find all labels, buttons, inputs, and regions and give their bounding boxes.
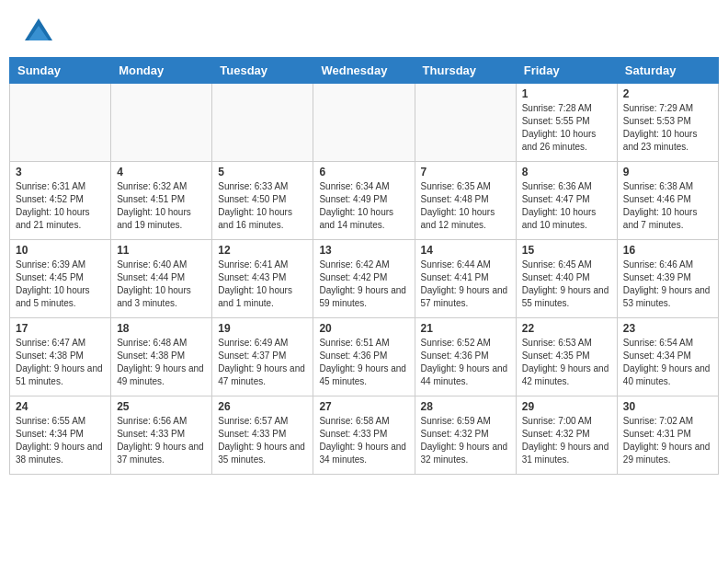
day-info: Sunrise: 6:36 AM Sunset: 4:47 PM Dayligh… <box>522 180 611 232</box>
day-info: Sunrise: 6:48 AM Sunset: 4:38 PM Dayligh… <box>117 337 206 388</box>
day-cell-2-7: 9Sunrise: 6:38 AM Sunset: 4:46 PM Daylig… <box>617 162 718 240</box>
day-number: 5 <box>218 166 307 178</box>
col-wednesday: Wednesday <box>313 58 415 84</box>
week-row-2: 3Sunrise: 6:31 AM Sunset: 4:52 PM Daylig… <box>10 162 719 240</box>
day-info: Sunrise: 6:45 AM Sunset: 4:40 PM Dayligh… <box>522 259 611 310</box>
day-number: 26 <box>218 400 307 413</box>
day-info: Sunrise: 6:42 AM Sunset: 4:42 PM Dayligh… <box>319 259 408 310</box>
col-saturday: Saturday <box>617 58 718 84</box>
day-number: 6 <box>319 166 408 178</box>
day-info: Sunrise: 6:47 AM Sunset: 4:38 PM Dayligh… <box>16 337 105 388</box>
day-number: 21 <box>421 322 510 335</box>
day-info: Sunrise: 7:29 AM Sunset: 5:53 PM Dayligh… <box>623 102 712 154</box>
day-number: 7 <box>421 166 510 178</box>
day-cell-5-3: 26Sunrise: 6:57 AM Sunset: 4:33 PM Dayli… <box>212 396 313 475</box>
day-number: 12 <box>218 244 307 257</box>
day-cell-1-4 <box>313 84 415 162</box>
day-number: 30 <box>623 400 712 413</box>
day-number: 16 <box>623 244 712 257</box>
day-cell-1-7: 2Sunrise: 7:29 AM Sunset: 5:53 PM Daylig… <box>617 84 718 162</box>
day-cell-3-7: 16Sunrise: 6:46 AM Sunset: 4:39 PM Dayli… <box>617 240 718 318</box>
day-number: 15 <box>522 244 611 257</box>
day-cell-5-7: 30Sunrise: 7:02 AM Sunset: 4:31 PM Dayli… <box>617 396 718 475</box>
day-info: Sunrise: 6:51 AM Sunset: 4:36 PM Dayligh… <box>319 337 408 388</box>
day-number: 4 <box>117 166 206 178</box>
day-info: Sunrise: 6:59 AM Sunset: 4:32 PM Dayligh… <box>421 415 510 466</box>
day-info: Sunrise: 7:28 AM Sunset: 5:55 PM Dayligh… <box>522 102 611 154</box>
day-number: 10 <box>16 244 105 257</box>
day-info: Sunrise: 6:56 AM Sunset: 4:33 PM Dayligh… <box>117 415 206 466</box>
day-number: 17 <box>16 322 105 335</box>
day-info: Sunrise: 6:57 AM Sunset: 4:33 PM Dayligh… <box>218 415 307 466</box>
day-number: 19 <box>218 322 307 335</box>
day-info: Sunrise: 6:58 AM Sunset: 4:33 PM Dayligh… <box>319 415 408 466</box>
page-header <box>0 0 728 57</box>
day-number: 3 <box>16 166 105 178</box>
col-sunday: Sunday <box>10 58 111 84</box>
day-cell-2-2: 4Sunrise: 6:32 AM Sunset: 4:51 PM Daylig… <box>111 162 212 240</box>
day-number: 14 <box>421 244 510 257</box>
day-cell-4-7: 23Sunrise: 6:54 AM Sunset: 4:34 PM Dayli… <box>617 318 718 396</box>
col-thursday: Thursday <box>415 58 516 84</box>
day-info: Sunrise: 6:46 AM Sunset: 4:39 PM Dayligh… <box>623 259 712 310</box>
day-info: Sunrise: 6:49 AM Sunset: 4:37 PM Dayligh… <box>218 337 307 388</box>
day-cell-3-6: 15Sunrise: 6:45 AM Sunset: 4:40 PM Dayli… <box>516 240 617 318</box>
day-cell-1-2 <box>111 84 212 162</box>
day-info: Sunrise: 6:34 AM Sunset: 4:49 PM Dayligh… <box>319 180 408 232</box>
day-number: 27 <box>319 400 408 413</box>
day-info: Sunrise: 6:44 AM Sunset: 4:41 PM Dayligh… <box>421 259 510 310</box>
day-number: 13 <box>319 244 408 257</box>
day-cell-5-2: 25Sunrise: 6:56 AM Sunset: 4:33 PM Dayli… <box>111 396 212 475</box>
col-friday: Friday <box>516 58 617 84</box>
week-row-1: 1Sunrise: 7:28 AM Sunset: 5:55 PM Daylig… <box>10 84 719 162</box>
day-cell-3-1: 10Sunrise: 6:39 AM Sunset: 4:45 PM Dayli… <box>10 240 111 318</box>
day-info: Sunrise: 6:41 AM Sunset: 4:43 PM Dayligh… <box>218 259 307 310</box>
week-row-5: 24Sunrise: 6:55 AM Sunset: 4:34 PM Dayli… <box>10 396 719 475</box>
day-info: Sunrise: 6:35 AM Sunset: 4:48 PM Dayligh… <box>421 180 510 232</box>
day-cell-2-6: 8Sunrise: 6:36 AM Sunset: 4:47 PM Daylig… <box>516 162 617 240</box>
day-number: 29 <box>522 400 611 413</box>
day-number: 28 <box>421 400 510 413</box>
day-cell-2-5: 7Sunrise: 6:35 AM Sunset: 4:48 PM Daylig… <box>415 162 516 240</box>
day-info: Sunrise: 6:31 AM Sunset: 4:52 PM Dayligh… <box>16 180 105 232</box>
week-row-3: 10Sunrise: 6:39 AM Sunset: 4:45 PM Dayli… <box>10 240 719 318</box>
day-cell-4-3: 19Sunrise: 6:49 AM Sunset: 4:37 PM Dayli… <box>212 318 313 396</box>
day-cell-5-1: 24Sunrise: 6:55 AM Sunset: 4:34 PM Dayli… <box>10 396 111 475</box>
day-info: Sunrise: 6:39 AM Sunset: 4:45 PM Dayligh… <box>16 259 105 310</box>
day-info: Sunrise: 6:55 AM Sunset: 4:34 PM Dayligh… <box>16 415 105 466</box>
day-info: Sunrise: 6:32 AM Sunset: 4:51 PM Dayligh… <box>117 180 206 232</box>
day-cell-4-5: 21Sunrise: 6:52 AM Sunset: 4:36 PM Dayli… <box>415 318 516 396</box>
day-number: 8 <box>522 166 611 178</box>
day-number: 23 <box>623 322 712 335</box>
day-cell-5-4: 27Sunrise: 6:58 AM Sunset: 4:33 PM Dayli… <box>313 396 415 475</box>
day-number: 22 <box>522 322 611 335</box>
calendar-container: Sunday Monday Tuesday Wednesday Thursday… <box>0 57 728 484</box>
day-cell-1-1 <box>10 84 111 162</box>
day-cell-1-6: 1Sunrise: 7:28 AM Sunset: 5:55 PM Daylig… <box>516 84 617 162</box>
day-number: 1 <box>522 87 611 100</box>
col-tuesday: Tuesday <box>212 58 313 84</box>
day-number: 24 <box>16 400 105 413</box>
day-number: 2 <box>623 87 712 100</box>
day-info: Sunrise: 6:52 AM Sunset: 4:36 PM Dayligh… <box>421 337 510 388</box>
week-row-4: 17Sunrise: 6:47 AM Sunset: 4:38 PM Dayli… <box>10 318 719 396</box>
day-cell-4-6: 22Sunrise: 6:53 AM Sunset: 4:35 PM Dayli… <box>516 318 617 396</box>
day-info: Sunrise: 6:40 AM Sunset: 4:44 PM Dayligh… <box>117 259 206 310</box>
logo-icon <box>21 15 56 50</box>
day-cell-4-2: 18Sunrise: 6:48 AM Sunset: 4:38 PM Dayli… <box>111 318 212 396</box>
day-cell-1-5 <box>415 84 516 162</box>
day-info: Sunrise: 6:54 AM Sunset: 4:34 PM Dayligh… <box>623 337 712 388</box>
day-info: Sunrise: 6:38 AM Sunset: 4:46 PM Dayligh… <box>623 180 712 232</box>
day-info: Sunrise: 7:00 AM Sunset: 4:32 PM Dayligh… <box>522 415 611 466</box>
col-monday: Monday <box>111 58 212 84</box>
day-cell-1-3 <box>212 84 313 162</box>
day-cell-2-1: 3Sunrise: 6:31 AM Sunset: 4:52 PM Daylig… <box>10 162 111 240</box>
day-info: Sunrise: 6:53 AM Sunset: 4:35 PM Dayligh… <box>522 337 611 388</box>
logo <box>18 15 56 50</box>
day-cell-2-3: 5Sunrise: 6:33 AM Sunset: 4:50 PM Daylig… <box>212 162 313 240</box>
day-cell-5-6: 29Sunrise: 7:00 AM Sunset: 4:32 PM Dayli… <box>516 396 617 475</box>
day-number: 25 <box>117 400 206 413</box>
day-cell-2-4: 6Sunrise: 6:34 AM Sunset: 4:49 PM Daylig… <box>313 162 415 240</box>
day-cell-5-5: 28Sunrise: 6:59 AM Sunset: 4:32 PM Dayli… <box>415 396 516 475</box>
day-info: Sunrise: 7:02 AM Sunset: 4:31 PM Dayligh… <box>623 415 712 466</box>
